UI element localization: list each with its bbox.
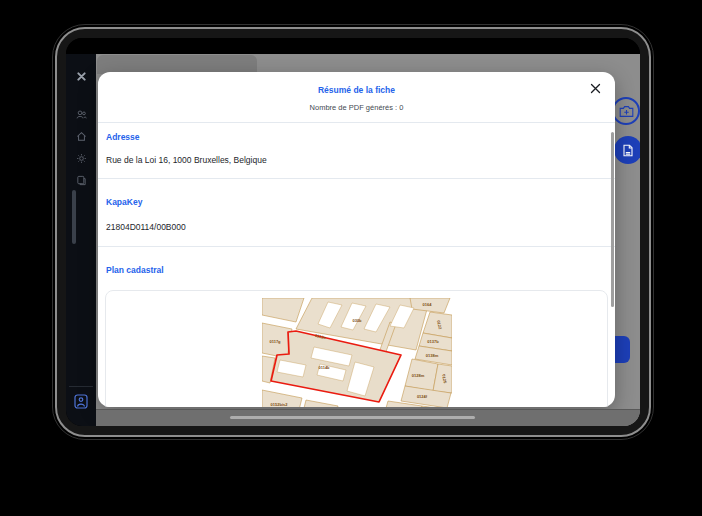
home-indicator[interactable]: [230, 416, 475, 419]
modal-title: Résumé de la fiche: [98, 85, 615, 95]
modal-scrollbar[interactable]: [611, 132, 614, 307]
svg-text:0137b: 0137b: [427, 339, 439, 344]
close-icon: [590, 83, 601, 94]
svg-text:0117g: 0117g: [269, 339, 281, 344]
app-area: Résumé de la fiche Nombre de PDF générés…: [66, 54, 640, 426]
pdf-count-label: Nombre de PDF générés : 0: [98, 103, 615, 112]
svg-text:0138m: 0138m: [425, 353, 438, 358]
divider: [98, 178, 615, 179]
documents-icon[interactable]: [75, 174, 87, 186]
camera-plus-icon: [619, 105, 634, 118]
close-icon[interactable]: [75, 70, 87, 82]
svg-text:030b: 030b: [352, 318, 362, 323]
generate-pdf-button[interactable]: [614, 136, 640, 164]
sidebar-scrollbar[interactable]: [72, 190, 76, 244]
section-label-adresse: Adresse: [106, 132, 607, 142]
svg-text:0124f: 0124f: [416, 394, 427, 399]
svg-text:0114b: 0114b: [318, 365, 330, 370]
account-icon[interactable]: [74, 394, 88, 409]
users-icon[interactable]: [75, 108, 87, 120]
cadastral-map: 030b 0117g 0113e 0114b 0164 0122 0137b 0…: [262, 298, 452, 407]
sidebar-divider: [69, 386, 93, 387]
section-label-kapakey: KapaKey: [106, 197, 607, 207]
cadastral-map-card: 030b 0117g 0113e 0114b 0164 0122 0137b 0…: [105, 290, 608, 407]
svg-text:0128m: 0128m: [411, 373, 424, 378]
home-icon[interactable]: [75, 130, 87, 142]
svg-text:0164: 0164: [422, 302, 432, 307]
bottom-system-bar: [96, 409, 640, 426]
pdf-document-icon: [622, 144, 634, 157]
tablet-screen: Résumé de la fiche Nombre de PDF générés…: [66, 38, 640, 426]
divider: [98, 246, 615, 247]
status-bar: [66, 38, 640, 54]
modal-close-button[interactable]: [589, 82, 602, 95]
divider: [98, 122, 615, 123]
camera-plus-button[interactable]: [612, 97, 640, 125]
section-label-plan-cadastral: Plan cadastral: [106, 265, 607, 275]
svg-text:0152bis2: 0152bis2: [270, 402, 288, 407]
sidebar: [66, 54, 96, 426]
address-value: Rue de la Loi 16, 1000 Bruxelles, Belgiq…: [106, 155, 607, 165]
summary-modal: Résumé de la fiche Nombre de PDF générés…: [98, 72, 615, 407]
settings-icon[interactable]: [75, 152, 87, 164]
tablet-frame: Résumé de la fiche Nombre de PDF générés…: [55, 27, 651, 437]
kapakey-value: 21804D0114/00B000: [106, 222, 607, 232]
